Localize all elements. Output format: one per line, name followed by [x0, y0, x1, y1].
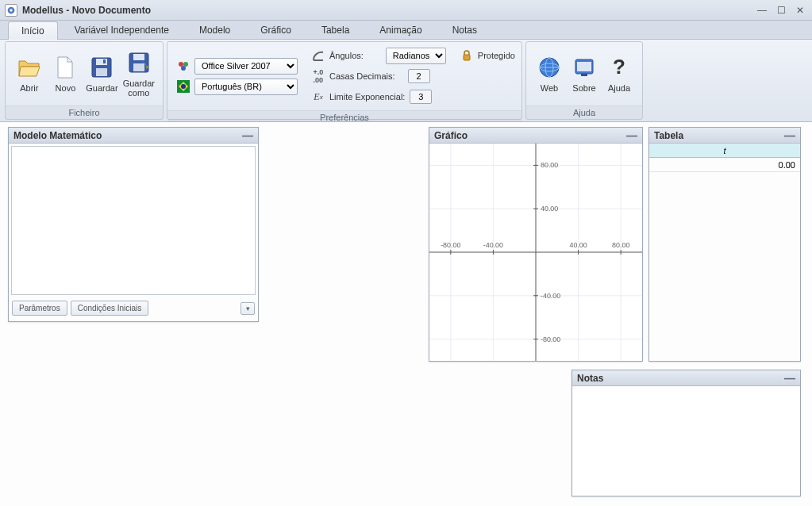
- group-label-ajuda: Ajuda: [526, 105, 642, 119]
- tab-tabela[interactable]: Tabela: [308, 21, 363, 39]
- panel-title-modelo: Modelo Matemático: [13, 130, 102, 141]
- ribbon-group-ajuda: Web Sobre ? Ajuda Ajuda: [525, 41, 643, 120]
- svg-text:-40.00: -40.00: [541, 292, 560, 300]
- panel-title-grafico: Gráfico: [434, 130, 468, 141]
- guardar-como-label: Guardar como: [123, 79, 155, 98]
- svg-point-14: [181, 84, 186, 89]
- abrir-button[interactable]: Abrir: [12, 45, 47, 102]
- svg-point-11: [181, 66, 186, 71]
- dropdown-icon[interactable]: ▾: [241, 302, 255, 315]
- modelo-editor[interactable]: [11, 146, 256, 295]
- ribbon-group-preferencias: Office Silver 2007 Português (BR) Ângulo…: [167, 41, 522, 120]
- folder-open-icon: [17, 55, 42, 80]
- minimize-button[interactable]: —: [755, 4, 769, 17]
- tab-inicio[interactable]: Início: [8, 21, 58, 40]
- svg-text:-80.00: -80.00: [541, 335, 560, 343]
- close-button[interactable]: ✕: [793, 4, 807, 17]
- save-as-icon: [126, 50, 152, 75]
- angle-icon: [312, 49, 325, 62]
- limite-exponencial-input[interactable]: [410, 90, 432, 104]
- window-title: Modellus - Novo Documento: [22, 5, 151, 16]
- novo-label: Novo: [56, 83, 76, 93]
- flag-br-icon: [177, 80, 190, 93]
- lock-icon: [460, 49, 473, 62]
- panel-header-grafico[interactable]: Gráfico —: [429, 128, 642, 144]
- notas-editor[interactable]: [572, 386, 800, 496]
- casas-decimais-label: Casas Decimais:: [329, 71, 395, 81]
- globe-icon: [537, 55, 562, 80]
- svg-rect-7: [133, 54, 144, 60]
- tab-variavel-independente[interactable]: Variável Independente: [61, 21, 183, 39]
- guardar-como-button[interactable]: Guardar como: [121, 45, 156, 102]
- angulos-label: Ângulos:: [329, 51, 364, 60]
- panel-tabela: Tabela — t 0.00: [648, 127, 801, 362]
- window-controls: — ☐ ✕: [755, 4, 807, 17]
- save-icon: [89, 55, 114, 80]
- language-select[interactable]: Português (BR): [194, 79, 298, 95]
- tab-modelo[interactable]: Modelo: [186, 21, 244, 39]
- svg-text:?: ?: [613, 55, 625, 79]
- chart-svg: -80.00-40.0040.0080.00-80.00-40.0040.008…: [429, 144, 642, 361]
- panel-minimize-modelo[interactable]: —: [242, 129, 253, 142]
- svg-rect-5: [103, 59, 106, 63]
- chart-area[interactable]: -80.00-40.0040.0080.00-80.00-40.0040.008…: [429, 144, 642, 361]
- panel-notas: Notas —: [571, 370, 801, 496]
- tab-animacao[interactable]: Animação: [366, 21, 435, 39]
- panel-grafico: Gráfico — -80.00-40.0040.0080.00-80.00-4…: [429, 127, 643, 362]
- protegido-label: Protegido: [478, 51, 515, 60]
- parametros-button[interactable]: Parâmetros: [12, 301, 67, 316]
- casas-decimais-input[interactable]: [408, 69, 430, 83]
- svg-point-1: [10, 9, 13, 12]
- svg-text:-40.00: -40.00: [483, 241, 503, 249]
- svg-rect-16: [464, 55, 470, 60]
- web-button[interactable]: Web: [533, 45, 566, 102]
- svg-text:-80.00: -80.00: [441, 241, 460, 249]
- table-row[interactable]: 0.00: [649, 158, 800, 172]
- protegido-toggle[interactable]: Protegido: [460, 47, 515, 64]
- workspace: Modelo Matemático — Parâmetros Condições…: [0, 122, 812, 506]
- svg-text:40.00: 40.00: [541, 205, 558, 213]
- angulos-select[interactable]: Radianos: [386, 48, 446, 64]
- web-label: Web: [541, 83, 558, 93]
- svg-point-9: [179, 62, 183, 67]
- panel-header-notas[interactable]: Notas —: [572, 370, 800, 386]
- new-document-icon: [52, 55, 78, 80]
- tab-notas[interactable]: Notas: [439, 21, 491, 39]
- svg-text:80.00: 80.00: [541, 161, 558, 169]
- ribbon-group-ficheiro: Abrir Novo Guardar Guardar como: [5, 41, 164, 120]
- theme-select[interactable]: Office Silver 2007: [194, 58, 298, 75]
- limite-exponencial-label: Limite Exponencial:: [329, 92, 405, 102]
- tab-grafico[interactable]: Gráfico: [247, 21, 305, 39]
- panel-minimize-grafico[interactable]: —: [626, 129, 637, 142]
- guardar-label: Guardar: [86, 83, 117, 93]
- svg-rect-22: [577, 62, 591, 71]
- svg-rect-4: [96, 68, 107, 76]
- sobre-label: Sobre: [572, 83, 595, 93]
- maximize-button[interactable]: ☐: [774, 4, 788, 17]
- svg-rect-23: [581, 74, 587, 76]
- sobre-button[interactable]: Sobre: [568, 45, 601, 102]
- novo-button[interactable]: Novo: [48, 45, 83, 102]
- svg-rect-8: [133, 63, 144, 71]
- help-icon: ?: [606, 55, 632, 80]
- panel-header-modelo[interactable]: Modelo Matemático —: [9, 128, 258, 144]
- panel-minimize-tabela[interactable]: —: [784, 129, 795, 142]
- guardar-button[interactable]: Guardar: [84, 45, 119, 102]
- ribbon: Abrir Novo Guardar Guardar como: [0, 40, 812, 122]
- svg-text:80.00: 80.00: [612, 241, 629, 249]
- svg-text:40.00: 40.00: [569, 241, 587, 249]
- ribbon-tabs: Início Variável Independente Modelo Gráf…: [0, 21, 812, 40]
- panel-minimize-notas[interactable]: —: [784, 372, 795, 385]
- panel-header-tabela[interactable]: Tabela —: [649, 128, 800, 144]
- theme-icon: [177, 59, 190, 72]
- about-icon: [571, 55, 597, 80]
- decimals-icon: +.0.00: [312, 70, 325, 82]
- ajuda-button[interactable]: ? Ajuda: [602, 45, 636, 102]
- app-icon: [5, 4, 17, 17]
- svg-point-10: [183, 62, 188, 67]
- panel-title-notas: Notas: [577, 373, 603, 384]
- table-column-header[interactable]: t: [649, 144, 800, 158]
- condicoes-iniciais-button[interactable]: Condições Iniciais: [71, 301, 149, 316]
- panel-modelo-matematico: Modelo Matemático — Parâmetros Condições…: [8, 127, 259, 322]
- group-label-ficheiro: Ficheiro: [6, 105, 163, 119]
